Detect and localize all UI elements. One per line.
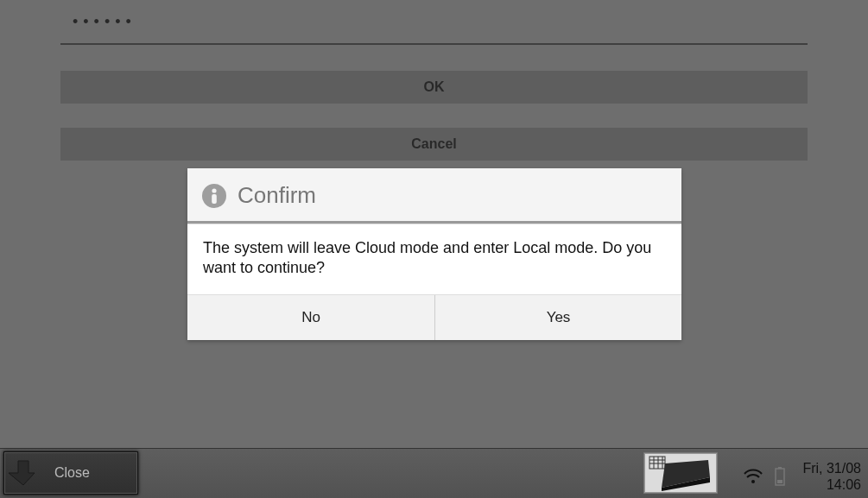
no-button[interactable]: No: [187, 295, 434, 340]
device-thumbnail[interactable]: [644, 453, 717, 493]
download-arrow-icon: [8, 457, 39, 489]
ok-button[interactable]: OK: [60, 71, 808, 104]
battery-icon: [775, 467, 785, 489]
close-button[interactable]: Close: [3, 451, 138, 495]
dialog-header: Confirm: [187, 168, 681, 221]
svg-point-11: [751, 480, 755, 483]
svg-rect-2: [212, 194, 217, 204]
wifi-icon: [744, 469, 763, 488]
info-icon: [201, 183, 227, 209]
clock: Fri, 31/08 14:06: [802, 460, 861, 493]
confirm-dialog: Confirm The system will leave Cloud mode…: [187, 168, 681, 340]
yes-button[interactable]: Yes: [434, 295, 681, 340]
status-icons: [744, 467, 785, 489]
dialog-buttons: No Yes: [187, 294, 681, 340]
background-form: •••••• OK Cancel: [0, 0, 868, 161]
time-text: 14:06: [802, 476, 861, 493]
svg-rect-14: [777, 480, 782, 483]
password-mask: ••••••: [73, 13, 136, 31]
password-field[interactable]: ••••••: [60, 0, 808, 45]
bottom-bar: Close Fri, 31/08 14:06: [0, 448, 868, 498]
close-label: Close: [54, 465, 90, 481]
dialog-message: The system will leave Cloud mode and ent…: [187, 224, 681, 294]
cancel-button[interactable]: Cancel: [60, 128, 808, 161]
dialog-title: Confirm: [238, 182, 316, 209]
date-text: Fri, 31/08: [802, 460, 861, 476]
svg-point-1: [212, 188, 216, 192]
